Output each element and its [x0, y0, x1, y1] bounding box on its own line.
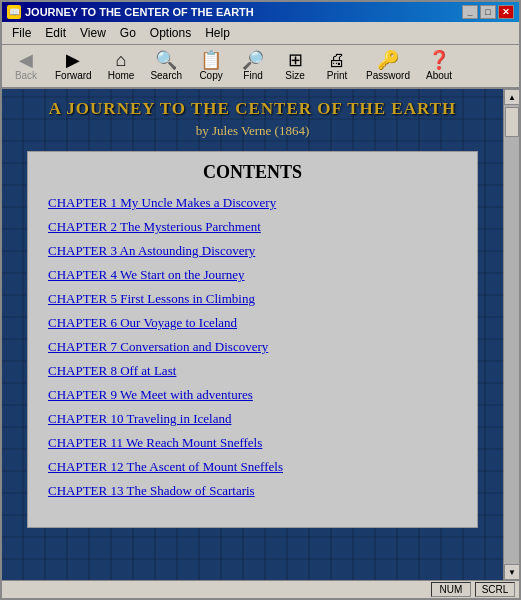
- print-label: Print: [327, 70, 348, 81]
- chapter-5-link[interactable]: CHAPTER 5 First Lessons in Climbing: [48, 291, 457, 307]
- menu-file[interactable]: File: [6, 24, 37, 42]
- chapter-2-link[interactable]: CHAPTER 2 The Mysterious Parchment: [48, 219, 457, 235]
- search-label: Search: [150, 70, 182, 81]
- title-bar: 📖 JOURNEY TO THE CENTER OF THE EARTH _ □…: [2, 2, 519, 22]
- search-button[interactable]: 🔍 Search: [143, 48, 189, 84]
- maximize-button[interactable]: □: [480, 5, 496, 19]
- about-icon: ❓: [428, 51, 450, 69]
- toolbar: ◀ Back ▶ Forward ⌂ Home 🔍 Search 📋 Copy …: [2, 45, 519, 89]
- window-controls: _ □ ✕: [462, 5, 514, 19]
- window-title: JOURNEY TO THE CENTER OF THE EARTH: [25, 6, 254, 18]
- menu-go[interactable]: Go: [114, 24, 142, 42]
- contents-heading: CONTENTS: [48, 162, 457, 183]
- chapter-7-link[interactable]: CHAPTER 7 Conversation and Discovery: [48, 339, 457, 355]
- menu-bar: File Edit View Go Options Help: [2, 22, 519, 45]
- find-icon: 🔎: [242, 51, 264, 69]
- about-label: About: [426, 70, 452, 81]
- about-button[interactable]: ❓ About: [419, 48, 459, 84]
- close-button[interactable]: ✕: [498, 5, 514, 19]
- chapter-4-link[interactable]: CHAPTER 4 We Start on the Journey: [48, 267, 457, 283]
- scroll-up-button[interactable]: ▲: [504, 89, 519, 105]
- page-subtitle: by Jules Verne (1864): [17, 123, 488, 139]
- size-label: Size: [285, 70, 304, 81]
- chapter-1-link[interactable]: CHAPTER 1 My Uncle Makes a Discovery: [48, 195, 457, 211]
- main-content: A JOURNEY TO THE CENTER OF THE EARTH by …: [2, 89, 503, 580]
- scrl-indicator: SCRL: [475, 582, 515, 597]
- back-button[interactable]: ◀ Back: [6, 48, 46, 84]
- chapter-3-link[interactable]: CHAPTER 3 An Astounding Discovery: [48, 243, 457, 259]
- home-icon: ⌂: [116, 51, 127, 69]
- password-button[interactable]: 🔑 Password: [359, 48, 417, 84]
- chapter-8-link[interactable]: CHAPTER 8 Off at Last: [48, 363, 457, 379]
- content-area: A JOURNEY TO THE CENTER OF THE EARTH by …: [2, 89, 519, 580]
- copy-label: Copy: [199, 70, 222, 81]
- chapter-9-link[interactable]: CHAPTER 9 We Meet with adventures: [48, 387, 457, 403]
- print-button[interactable]: 🖨 Print: [317, 48, 357, 84]
- search-icon: 🔍: [155, 51, 177, 69]
- menu-edit[interactable]: Edit: [39, 24, 72, 42]
- minimize-button[interactable]: _: [462, 5, 478, 19]
- menu-view[interactable]: View: [74, 24, 112, 42]
- forward-label: Forward: [55, 70, 92, 81]
- find-button[interactable]: 🔎 Find: [233, 48, 273, 84]
- scrollbar: ▲ ▼: [503, 89, 519, 580]
- scroll-track[interactable]: [504, 105, 519, 564]
- chapter-10-link[interactable]: CHAPTER 10 Traveling in Iceland: [48, 411, 457, 427]
- scroll-down-button[interactable]: ▼: [504, 564, 519, 580]
- back-label: Back: [15, 70, 37, 81]
- size-button[interactable]: ⊞ Size: [275, 48, 315, 84]
- chapter-12-link[interactable]: CHAPTER 12 The Ascent of Mount Sneffels: [48, 459, 457, 475]
- main-window: 📖 JOURNEY TO THE CENTER OF THE EARTH _ □…: [0, 0, 521, 600]
- password-icon: 🔑: [377, 51, 399, 69]
- forward-icon: ▶: [66, 51, 80, 69]
- password-label: Password: [366, 70, 410, 81]
- print-icon: 🖨: [328, 51, 346, 69]
- book-content: CONTENTS CHAPTER 1 My Uncle Makes a Disc…: [27, 151, 478, 528]
- chapter-11-link[interactable]: CHAPTER 11 We Reach Mount Sneffels: [48, 435, 457, 451]
- copy-button[interactable]: 📋 Copy: [191, 48, 231, 84]
- size-icon: ⊞: [288, 51, 303, 69]
- forward-button[interactable]: ▶ Forward: [48, 48, 99, 84]
- page-title: A JOURNEY TO THE CENTER OF THE EARTH: [17, 99, 488, 119]
- home-button[interactable]: ⌂ Home: [101, 48, 142, 84]
- scroll-thumb[interactable]: [505, 107, 519, 137]
- menu-options[interactable]: Options: [144, 24, 197, 42]
- title-bar-left: 📖 JOURNEY TO THE CENTER OF THE EARTH: [7, 5, 254, 19]
- find-label: Find: [243, 70, 262, 81]
- copy-icon: 📋: [200, 51, 222, 69]
- app-icon: 📖: [7, 5, 21, 19]
- back-icon: ◀: [19, 51, 33, 69]
- home-label: Home: [108, 70, 135, 81]
- num-indicator: NUM: [431, 582, 471, 597]
- menu-help[interactable]: Help: [199, 24, 236, 42]
- chapter-13-link[interactable]: CHAPTER 13 The Shadow of Scartaris: [48, 483, 457, 499]
- chapter-6-link[interactable]: CHAPTER 6 Our Voyage to Iceland: [48, 315, 457, 331]
- status-bar: NUM SCRL: [2, 580, 519, 598]
